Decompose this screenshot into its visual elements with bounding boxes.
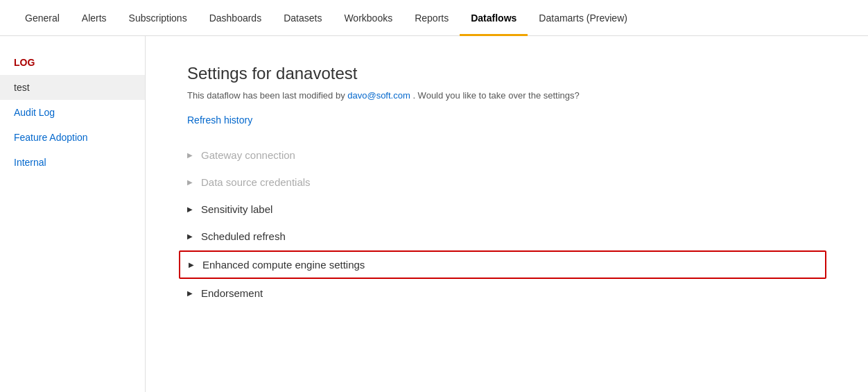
accordion-container: ▶Gateway connection▶Data source credenti… [187, 142, 826, 306]
top-nav-item-dataflows[interactable]: Dataflows [460, 0, 528, 36]
top-nav-item-reports[interactable]: Reports [403, 0, 460, 36]
sidebar-item-feature-adoption[interactable]: Feature Adoption [0, 125, 145, 150]
main-layout: LOGtestAudit LogFeature AdoptionInternal… [0, 36, 868, 392]
accordion-arrow-0: ▶ [187, 151, 198, 159]
accordion-item-data-source-credentials: ▶Data source credentials [187, 169, 826, 195]
accordion-arrow-3: ▶ [187, 232, 198, 240]
accordion-label-2: Sensitivity label [201, 203, 272, 215]
accordion-item-scheduled-refresh[interactable]: ▶Scheduled refresh [187, 223, 826, 249]
sidebar: LOGtestAudit LogFeature AdoptionInternal [0, 36, 146, 392]
sidebar-item-test[interactable]: test [0, 75, 145, 100]
accordion-item-gateway-connection: ▶Gateway connection [187, 142, 826, 168]
accordion-label-3: Scheduled refresh [201, 230, 286, 242]
subtitle-before: This dataflow has been last modified by [187, 90, 347, 101]
accordion-arrow-2: ▶ [187, 205, 198, 213]
main-content: Settings for danavotest This dataflow ha… [146, 36, 868, 392]
accordion-label-4: Enhanced compute engine settings [202, 259, 365, 271]
subtitle-after: . Would you like to take over the settin… [413, 90, 579, 101]
top-nav-item-subscriptions[interactable]: Subscriptions [118, 0, 198, 36]
top-nav-item-workbooks[interactable]: Workbooks [333, 0, 403, 36]
refresh-history-link[interactable]: Refresh history [187, 114, 252, 126]
accordion-label-5: Endorsement [201, 287, 263, 299]
accordion-label-0: Gateway connection [201, 149, 295, 161]
accordion-arrow-5: ▶ [187, 289, 198, 297]
accordion-arrow-1: ▶ [187, 178, 198, 186]
sidebar-item-log[interactable]: LOG [0, 50, 145, 75]
page-title: Settings for danavotest [187, 64, 826, 83]
top-navigation: GeneralAlertsSubscriptionsDashboardsData… [0, 0, 868, 36]
accordion-arrow-4: ▶ [189, 261, 200, 269]
accordion-item-endorsement[interactable]: ▶Endorsement [187, 280, 826, 306]
top-nav-item-dashboards[interactable]: Dashboards [198, 0, 273, 36]
subtitle-email-link[interactable]: davo@soft.com [347, 90, 410, 101]
accordion-label-1: Data source credentials [201, 176, 311, 188]
sidebar-item-internal[interactable]: Internal [0, 150, 145, 175]
sidebar-item-audit-log[interactable]: Audit Log [0, 100, 145, 125]
page-subtitle: This dataflow has been last modified by … [187, 90, 826, 101]
accordion-item-enhanced-compute-engine-settings[interactable]: ▶Enhanced compute engine settings [179, 250, 826, 279]
top-nav-item-datasets[interactable]: Datasets [272, 0, 333, 36]
accordion-item-sensitivity-label[interactable]: ▶Sensitivity label [187, 196, 826, 222]
top-nav-item-alerts[interactable]: Alerts [71, 0, 118, 36]
top-nav-item-datamarts-preview[interactable]: Datamarts (Preview) [528, 0, 639, 36]
top-nav-item-general[interactable]: General [14, 0, 71, 36]
